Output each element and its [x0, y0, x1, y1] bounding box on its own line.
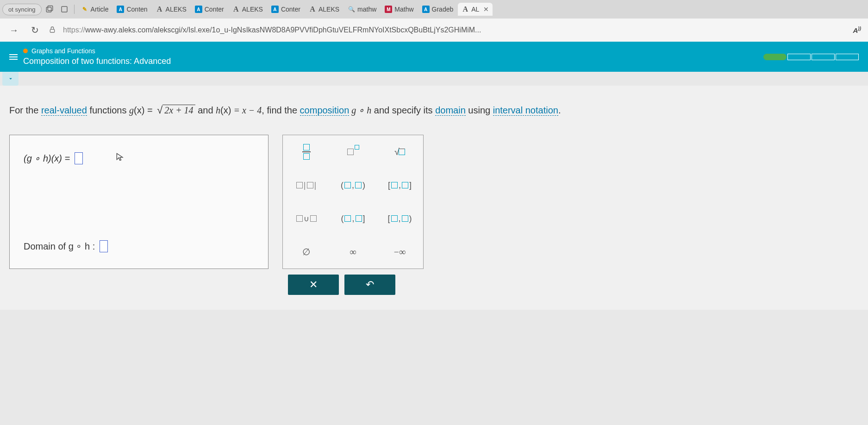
half-open-right-button[interactable]: [,)	[376, 202, 423, 235]
sync-status-badge: ot syncing	[2, 4, 42, 15]
tab-aleks-1[interactable]: AALEKS	[152, 3, 190, 16]
browser-tab-strip: ot syncing ✎Article AConten AALEKS ACont…	[0, 0, 868, 19]
progress-segment	[763, 54, 787, 60]
menu-button[interactable]	[9, 54, 18, 60]
sqrt-button[interactable]: √	[376, 135, 423, 169]
tab-aleks-active[interactable]: AAL✕	[458, 3, 493, 16]
tab-label: Conten	[126, 6, 147, 13]
progress-segment	[836, 54, 859, 60]
page-title: Composition of two functions: Advanced	[23, 56, 758, 66]
tab-divider	[74, 5, 75, 14]
tab-label: Conter	[205, 6, 224, 13]
tab-label: ALEKS	[166, 6, 187, 13]
svg-rect-3	[50, 29, 54, 32]
composition-label: (g ∘ h)(x) =	[24, 153, 70, 164]
lock-icon[interactable]	[49, 26, 56, 35]
progress-segment	[812, 54, 835, 60]
aleks-icon: A	[422, 6, 430, 13]
aleks-a-icon: A	[156, 6, 163, 13]
tab-content-1[interactable]: AConten	[113, 3, 151, 16]
neg-infinity-button[interactable]: −∞	[376, 235, 423, 269]
undo-button[interactable]: ↶	[344, 275, 395, 295]
tab-overview-icon[interactable]	[57, 2, 71, 16]
tab-article[interactable]: ✎Article	[77, 3, 112, 16]
link-composition[interactable]: composition	[300, 105, 350, 116]
link-domain[interactable]: domain	[435, 105, 466, 116]
tab-mathw-search[interactable]: 🔍mathw	[344, 3, 380, 16]
forward-button[interactable]: →	[7, 23, 21, 37]
link-interval-notation[interactable]: interval notation	[493, 105, 558, 116]
open-interval-button[interactable]: (,)	[330, 169, 376, 202]
clear-button[interactable]: ✕	[288, 275, 339, 295]
composition-answer-row: (g ∘ h)(x) =	[24, 151, 254, 165]
domain-answer-row: Domain of g ∘ h :	[24, 240, 254, 252]
domain-input[interactable]	[100, 240, 108, 252]
composition-input[interactable]	[75, 152, 83, 164]
aleks-a-icon: A	[462, 6, 469, 13]
tab-content-3[interactable]: AConter	[268, 3, 304, 16]
svg-rect-0	[46, 7, 51, 12]
half-open-left-button[interactable]: (,]	[330, 202, 376, 235]
progress-bar	[763, 54, 859, 60]
breadcrumb-dot-icon	[23, 49, 28, 53]
aleks-icon: A	[117, 6, 124, 13]
content-area: For the real-valued functions g(x) = 2x …	[0, 86, 868, 310]
article-icon: ✎	[81, 6, 88, 13]
question-text: For the real-valued functions g(x) = 2x …	[9, 104, 859, 116]
tab-aleks-3[interactable]: AALEKS	[305, 3, 343, 16]
tab-label: Article	[91, 6, 109, 13]
closed-interval-button[interactable]: [,]	[376, 169, 423, 202]
tab-label: mathw	[357, 6, 376, 13]
search-icon: 🔍	[348, 6, 355, 13]
svg-rect-2	[62, 6, 67, 12]
breadcrumb: Graphs and Functions	[23, 47, 758, 55]
domain-label: Domain of g ∘ h :	[24, 241, 95, 252]
aleks-a-icon: A	[232, 6, 240, 13]
close-icon[interactable]: ✕	[483, 6, 489, 13]
url-text[interactable]: https://www-awy.aleks.com/alekscgi/x/Isl…	[63, 26, 846, 34]
tab-label: ALEKS	[318, 6, 339, 13]
aleks-icon: A	[271, 6, 279, 13]
tab-gradebook[interactable]: AGradeb	[418, 3, 457, 16]
tab-mathway[interactable]: MMathw	[381, 3, 417, 16]
empty-set-button[interactable]: ∅	[283, 235, 330, 269]
aleks-header: Graphs and Functions Composition of two …	[0, 42, 868, 72]
workspaces-icon[interactable]	[43, 2, 56, 16]
category-label: Graphs and Functions	[31, 47, 95, 55]
tab-label: Mathw	[394, 6, 413, 13]
read-aloud-icon[interactable]: A))	[853, 26, 861, 34]
tab-label: Gradeb	[432, 6, 454, 13]
tab-label: Conter	[281, 6, 300, 13]
aleks-icon: A	[195, 6, 202, 13]
cursor-icon	[115, 151, 125, 165]
absolute-value-button[interactable]: ||	[283, 169, 330, 202]
link-real-valued[interactable]: real-valued	[41, 105, 87, 116]
tab-content-2[interactable]: AConter	[191, 3, 228, 16]
exponent-button[interactable]	[330, 135, 376, 169]
fraction-button[interactable]	[283, 135, 330, 169]
progress-segment	[787, 54, 811, 60]
url-bar: → ↻ https://www-awy.aleks.com/alekscgi/x…	[0, 19, 868, 42]
mathway-icon: M	[385, 6, 392, 13]
infinity-button[interactable]: ∞	[330, 235, 376, 269]
aleks-a-icon: A	[309, 6, 316, 13]
tab-label: AL	[471, 6, 479, 13]
refresh-button[interactable]: ↻	[28, 23, 42, 37]
answer-box: (g ∘ h)(x) = Domain of g ∘ h :	[9, 135, 269, 269]
svg-rect-1	[48, 6, 53, 11]
math-palette: √ || (,) [,] ∪ (,]	[282, 135, 424, 269]
dropdown-tab[interactable]	[2, 72, 19, 86]
union-button[interactable]: ∪	[283, 202, 330, 235]
tab-aleks-2[interactable]: AALEKS	[229, 3, 267, 16]
tab-label: ALEKS	[242, 6, 263, 13]
